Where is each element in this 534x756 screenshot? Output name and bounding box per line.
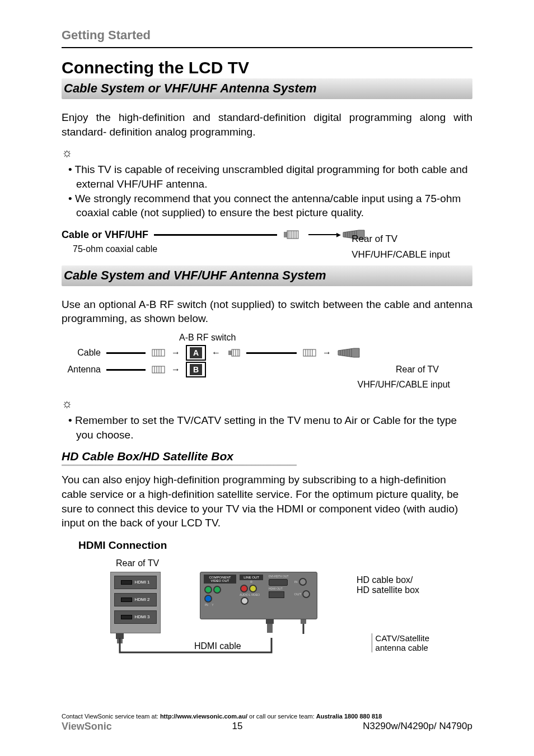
hdmi-port-3: HDMI 3 [114,610,157,624]
hdmi-out-port [269,591,284,598]
switch-b-label: B [190,364,202,375]
line-out-label: LINE OUT [240,575,263,580]
switch-box-a: A [186,345,206,361]
svg-rect-14 [152,349,165,356]
switch-a-label: A [190,347,202,358]
diagram-1: Cable or VHF/UHF ▸ 75-ohm coaxial cable … [62,229,472,254]
svg-rect-19 [228,351,232,355]
main-title: Connecting the LCD TV [62,58,472,77]
hdmi-heading: HDMI Connection [78,539,472,552]
cable-line [106,352,146,354]
cable-line [246,352,297,354]
footer-phone: Australia 1800 880 818 [316,713,382,720]
section-bar-2: Cable System and VHF/UHF Antenna System [62,265,472,286]
tv-rear-panel: HDMI 1 HDMI 2 HDMI 3 [110,572,161,648]
section-bar-1: Cable System or VHF/UHF Antenna System [62,78,472,99]
audio-l-port [241,597,249,605]
coax-icon [151,365,166,374]
coax-out-port [302,590,310,598]
hdmi-port-2: HDMI 2 [114,593,157,606]
model-numbers: N3290w/N4290p/ N4790p [363,721,472,732]
hdmi-out-label: HDMI OUT [269,587,289,590]
svg-rect-43 [267,624,273,633]
section-title-1: Cable System or VHF/UHF Antenna System [64,81,467,96]
catv-label: CATV/Satellite antenna cable [372,633,429,652]
cable-line [106,369,146,371]
input-label-2: VHF/UHF/CABLE input [62,380,472,390]
antenna-row-label: Antenna [62,365,101,375]
section3-underline [62,464,297,466]
divider [62,47,472,48]
dvi-port [269,579,288,586]
cable-row-label: Cable [62,348,101,358]
coax-connector-icon [283,230,303,240]
section3-intro: You can also enjoy high-definition progr… [62,473,472,530]
hdmi-diagram: Rear of TV HDMI 1 HDMI 2 HDMI 3 COMPONEN… [110,558,424,662]
footer-contact-1: Contact ViewSonic service team at: [62,713,160,720]
switch-label: A-B RF switch [179,333,472,343]
section1-intro: Enjoy the high-definition and standard-d… [62,110,472,139]
component-out-label: COMPONENT VIDEO OUT [204,575,236,584]
bullet-text: This TV is capable of receiving unscramb… [75,164,468,190]
rear-tv-label-3: Rear of TV [116,558,424,568]
footer-contact-2: or call our service team: [247,713,316,720]
audio-r-port [240,585,248,592]
rear-tv-label: Rear of TV [352,234,450,245]
bullet-text: We strongly recommend that you connect t… [75,193,461,219]
arrow-icon: → [171,348,180,358]
hd-box-label: HD cable box/ HD satellite box [357,575,419,595]
tv-input-icon [337,347,362,358]
hdmi-port-1: HDMI 1 [114,576,157,589]
footer: Contact ViewSonic service team at: http:… [0,713,534,732]
section1-bullet-2: • We strongly recommend that you connect… [62,192,472,220]
arrow-icon: → [171,365,180,375]
switch-box-b: B [186,362,206,377]
section-title-3: HD Cable Box/HD Satellite Box [62,450,472,463]
arrow-line: ▸ [308,234,336,235]
section1-bullet-1: • This TV is capable of receiving unscra… [62,162,472,191]
pr-port [204,595,212,603]
svg-rect-0 [284,232,287,237]
hd-box-panel: COMPONENT VIDEO OUT PbY [200,572,317,635]
coax-plug-icon [298,617,310,635]
footer-url: http://www.viewsonic.com.au/ [160,713,247,720]
chapter-title: Getting Started [62,28,472,43]
hdmi-cable-label: HDMI cable [194,641,241,651]
input-label: VHF/UHF/CABLE input [352,249,450,260]
coax-label: 75-ohm coaxial cable [73,244,157,254]
coax-icon [151,348,166,357]
page-number: 15 [232,721,243,732]
y-port [213,586,221,594]
coax-in-port [299,578,307,586]
hdmi-plug-icon [261,617,278,635]
rear-tv-label-2: Rear of TV [396,365,439,375]
coax-icon [302,348,317,357]
section2-bullet: • Remember to set the TV/CATV setting in… [62,413,472,442]
footer-brand: ViewSonic [62,721,112,732]
arrow-icon: → [322,348,331,358]
cable-line [154,234,277,236]
note-icon: ☼ [62,146,472,160]
bullet-text: Remember to set the TV/CATV setting in t… [75,414,457,441]
antenna-plug-icon [226,348,241,357]
section-title-2: Cable System and VHF/UHF Antenna System [64,268,467,283]
note-icon: ☼ [62,396,472,411]
diagram1-right-labels: Rear of TV VHF/UHF/CABLE input [352,234,450,260]
diagram-2: A-B RF switch Cable → A ← → Antenna → B … [62,333,472,390]
svg-rect-24 [303,349,316,356]
video-port [249,585,257,592]
arrow-icon: ← [212,348,221,358]
cable-vhf-label: Cable or VHF/UHF [62,229,148,241]
svg-rect-35 [152,366,165,373]
pb-port [204,586,212,594]
section2-intro: Use an optional A-B RF switch (not suppl… [62,297,472,326]
dvi-label: DVI-HDTV OUT [269,575,289,578]
